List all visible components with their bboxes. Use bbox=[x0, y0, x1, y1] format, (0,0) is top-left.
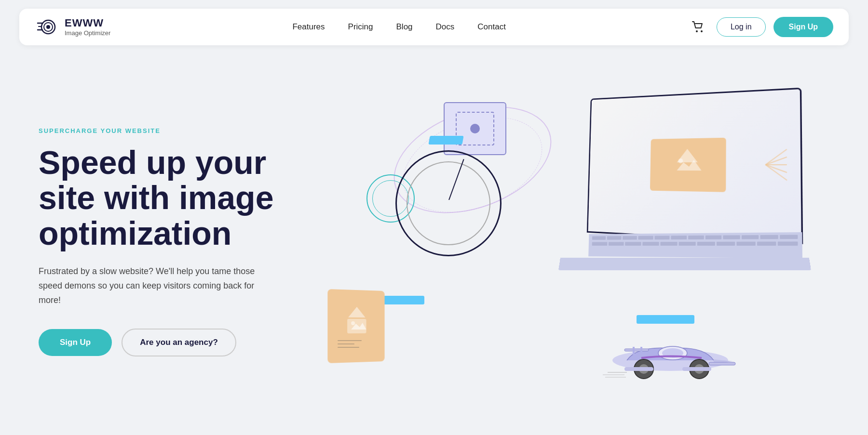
hero-section: SUPERCHARGE YOUR WEBSITE Speed up your s… bbox=[0, 54, 868, 430]
laptop-screen-inner bbox=[588, 89, 801, 242]
speed-line-2 bbox=[338, 343, 354, 344]
lens-big bbox=[395, 150, 502, 256]
nav-link-contact[interactable]: Contact bbox=[477, 22, 506, 32]
svg-line-18 bbox=[765, 165, 787, 180]
logo-icon bbox=[35, 14, 60, 40]
cart-icon[interactable] bbox=[688, 16, 709, 38]
navbar: EWWW Image Optimizer Features Pricing Bl… bbox=[19, 9, 849, 45]
svg-point-3 bbox=[46, 25, 50, 29]
svg-rect-31 bbox=[682, 367, 711, 371]
nav-link-features[interactable]: Features bbox=[292, 22, 325, 32]
agency-button[interactable]: Are you an agency? bbox=[122, 329, 236, 356]
camera-dot bbox=[470, 124, 480, 133]
signup-hero-button[interactable]: Sign Up bbox=[39, 329, 112, 356]
speed-line-3 bbox=[338, 347, 359, 348]
svg-rect-24 bbox=[633, 347, 635, 355]
svg-rect-30 bbox=[624, 367, 653, 371]
laptop-base bbox=[558, 258, 811, 270]
laptop-keyboard bbox=[588, 232, 802, 258]
svg-rect-22 bbox=[709, 362, 735, 365]
nav-actions: Log in Sign Up bbox=[688, 16, 833, 38]
hero-heading-line1: Speed up your bbox=[39, 144, 266, 181]
hero-heading-line2: site with image bbox=[39, 179, 273, 216]
speed-line-1 bbox=[338, 340, 362, 341]
svg-marker-12 bbox=[677, 160, 701, 171]
lens-needle bbox=[448, 159, 464, 200]
f1-car bbox=[598, 327, 743, 386]
float-image-card bbox=[327, 289, 384, 363]
hero-heading-line3: optimization bbox=[39, 215, 231, 251]
hero-description: Frustrated by a slow website? We'll help… bbox=[39, 264, 270, 307]
laptop bbox=[559, 92, 810, 271]
speed-lines bbox=[338, 340, 362, 348]
screen-image bbox=[650, 138, 726, 192]
laptop-screen bbox=[587, 88, 803, 244]
screen-rays bbox=[763, 144, 790, 185]
svg-point-13 bbox=[678, 158, 683, 163]
hero-illustration bbox=[318, 54, 829, 430]
illustration-wrap bbox=[318, 54, 829, 430]
nav-link-docs[interactable]: Docs bbox=[436, 22, 455, 32]
logo-text: EWWW Image Optimizer bbox=[65, 17, 110, 36]
nav-links: Features Pricing Blog Docs Contact bbox=[292, 22, 505, 32]
signup-nav-button[interactable]: Sign Up bbox=[773, 17, 833, 37]
hero-eyebrow: SUPERCHARGE YOUR WEBSITE bbox=[39, 127, 318, 134]
logo-title: EWWW bbox=[65, 17, 110, 29]
svg-rect-23 bbox=[624, 349, 649, 351]
svg-line-15 bbox=[765, 157, 787, 165]
svg-point-7 bbox=[696, 30, 698, 32]
svg-point-11 bbox=[351, 321, 355, 325]
blue-block-3 bbox=[637, 315, 694, 324]
camera-box bbox=[444, 102, 506, 155]
svg-rect-25 bbox=[640, 347, 642, 355]
svg-point-8 bbox=[701, 30, 703, 32]
nav-link-pricing[interactable]: Pricing bbox=[348, 22, 373, 32]
svg-line-17 bbox=[765, 165, 787, 172]
hero-heading: Speed up your site with image optimizati… bbox=[39, 145, 318, 251]
svg-line-14 bbox=[765, 149, 787, 165]
hero-content: SUPERCHARGE YOUR WEBSITE Speed up your s… bbox=[39, 127, 318, 356]
nav-link-blog[interactable]: Blog bbox=[396, 22, 413, 32]
logo: EWWW Image Optimizer bbox=[35, 14, 110, 40]
login-button[interactable]: Log in bbox=[717, 17, 766, 37]
hero-buttons: Sign Up Are you an agency? bbox=[39, 329, 318, 356]
blue-block-1 bbox=[428, 136, 463, 145]
logo-subtitle: Image Optimizer bbox=[65, 29, 110, 37]
